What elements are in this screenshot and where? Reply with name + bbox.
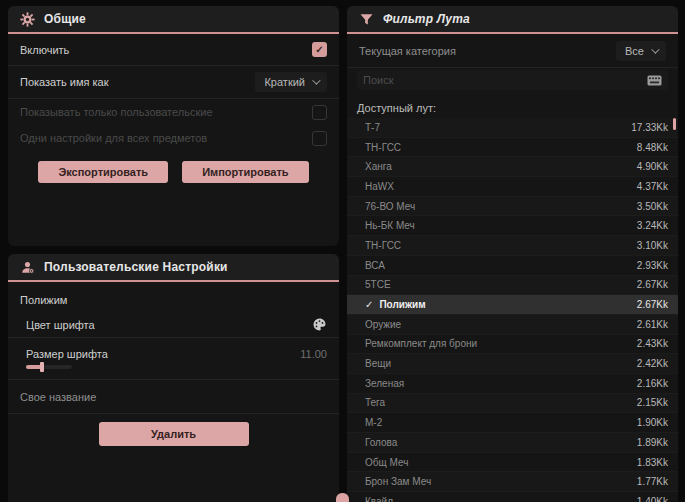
loot-item-value: 2.93Kk [637,260,668,271]
loot-item-name: Оружие [365,319,401,330]
loot-item-name: Зеленая [365,378,404,389]
panel-user-settings: Пользовательские Настройки Полижим Цвет … [8,254,339,502]
loot-item-value: 2.15Kk [637,397,668,408]
loot-item-value: 2.67Kk [637,279,668,290]
category-row: Текущая категория Все [347,34,678,68]
import-button[interactable]: Импортировать [182,161,308,183]
search-input[interactable]: Поиск [357,70,668,90]
loot-item-value: 3.10Kk [637,240,668,251]
loot-item-row[interactable]: Брон Зам Меч1.77Kk [347,472,678,492]
loot-item-row[interactable]: М-21.90Kk [347,413,678,433]
loot-item-name: 5ТСЕ [365,279,391,290]
loot-item-row[interactable]: ТН-ГСС8.48Kk [347,138,678,158]
font-color-label: Цвет шрифта [26,319,95,331]
loot-item-row[interactable]: Вещи2.42Kk [347,354,678,374]
loot-item-row[interactable]: Квайл1.40Kk [347,492,678,502]
show-name-label: Показать имя как [20,76,109,88]
loot-item-value: 3.50Kk [637,201,668,212]
panel-user-settings-title: Пользовательские Настройки [44,260,228,274]
enable-checkbox[interactable]: ✓ [312,42,327,57]
loot-item-value: 4.37Kk [637,181,668,192]
loot-item-row[interactable]: Ханга4.90Kk [347,157,678,177]
loot-item-name: ВСА [365,260,385,271]
panel-general: Общие Включить ✓ Показать имя как Кратки… [8,6,339,246]
same-settings-row: Одни настройки для всех предметов [8,125,339,151]
loot-item-row[interactable]: Голова1.89Kk [347,433,678,453]
panel-general-header: Общие [8,6,339,34]
loot-item-name: Полижим [379,299,425,310]
category-value: Все [625,45,644,57]
same-settings-label: Одни настройки для всех предметов [20,132,207,144]
user-gear-icon [20,260,35,275]
loot-item-row[interactable]: Нь-БК Меч3.24Kk [347,216,678,236]
loot-item-row[interactable]: ✓Полижим2.67Kk [347,295,678,315]
loot-item-name: Ремкомплект для брони [365,338,477,349]
loot-item-row[interactable]: Оружие2.61Kk [347,315,678,335]
gear-icon [20,12,35,27]
loot-item-row[interactable]: Т-717.33Kk [347,118,678,138]
loot-item-name: ТН-ГСС [365,142,401,153]
loot-item-value: 1.89Kk [637,437,668,448]
enable-label: Включить [20,44,69,56]
same-settings-checkbox[interactable] [312,131,327,146]
mouse-cursor [336,493,349,502]
loot-list: Т-717.33KkТН-ГСС8.48KkХанга4.90KkНаWX4.3… [347,118,678,502]
loot-item-name: Ханга [365,161,392,172]
loot-list-scrollbar[interactable] [673,118,676,130]
loot-item-value: 2.61Kk [637,319,668,330]
loot-item-value: 3.24Kk [637,220,668,231]
loot-item-row[interactable]: Тега2.15Kk [347,394,678,414]
loot-item-name: Квайл [365,496,393,502]
only-custom-label: Показывать только пользовательские [20,106,213,118]
category-dropdown[interactable]: Все [616,41,666,61]
loot-item-name: Т-7 [365,122,380,133]
loot-item-row[interactable]: Ремкомплект для брони2.43Kk [347,335,678,355]
loot-item-value: 1.83Kk [637,457,668,468]
show-name-dropdown[interactable]: Краткий [255,72,327,92]
loot-item-name: Нь-БК Меч [365,220,415,231]
font-color-row[interactable]: Цвет шрифта [8,312,339,338]
loot-item-name: 76-ВО Меч [365,201,415,212]
font-size-label: Размер шрифта [26,348,108,360]
loot-item-value: 2.43Kk [637,338,668,349]
loot-item-name: Брон Зам Меч [365,476,431,487]
loot-item-value: 2.16Kk [637,378,668,389]
loot-item-row[interactable]: ВСА2.93Kk [347,256,678,276]
loot-item-row[interactable]: НаWX4.37Kk [347,177,678,197]
custom-name-input[interactable]: Свое название [8,380,339,414]
app-window: Общие Включить ✓ Показать имя как Кратки… [0,0,685,502]
check-icon: ✓ [365,299,373,310]
loot-item-value: 8.48Kk [637,142,668,153]
loot-item-value: 1.90Kk [637,417,668,428]
export-button[interactable]: Экспортировать [38,161,168,183]
loot-item-name: Общ Меч [365,457,408,468]
loot-item-name: М-2 [365,417,382,428]
slider-handle[interactable] [40,362,44,372]
palette-icon[interactable] [312,317,327,332]
custom-name-placeholder: Свое название [20,391,96,403]
loot-item-value: 2.67Kk [637,299,668,310]
only-custom-row: Показывать только пользовательские [8,99,339,125]
enable-row: Включить ✓ [8,34,339,66]
panel-user-settings-header: Пользовательские Настройки [8,254,339,282]
loot-item-name: Тега [365,397,385,408]
chevron-down-icon [651,45,659,53]
loot-item-row[interactable]: Общ Меч1.83Kk [347,453,678,473]
font-size-slider[interactable] [26,363,72,371]
panel-general-title: Общие [44,12,86,26]
loot-item-row[interactable]: ТН-ГСС3.10Kk [347,236,678,256]
loot-item-row[interactable]: Зеленая2.16Kk [347,374,678,394]
loot-item-row[interactable]: 76-ВО Меч3.50Kk [347,197,678,217]
only-custom-checkbox[interactable] [312,105,327,120]
show-name-row: Показать имя как Краткий [8,66,339,99]
loot-item-value: 1.77Kk [637,476,668,487]
show-name-value: Краткий [264,76,305,88]
panel-loot-filter-header: Фильтр Лута [347,6,678,34]
delete-button[interactable]: Удалить [99,422,249,446]
funnel-icon [359,12,374,27]
loot-item-row[interactable]: 5ТСЕ2.67Kk [347,276,678,296]
search-placeholder: Поиск [363,74,393,86]
keyboard-icon[interactable] [647,75,662,86]
chevron-down-icon [312,76,320,84]
panel-loot-filter-title: Фильтр Лута [383,12,470,26]
